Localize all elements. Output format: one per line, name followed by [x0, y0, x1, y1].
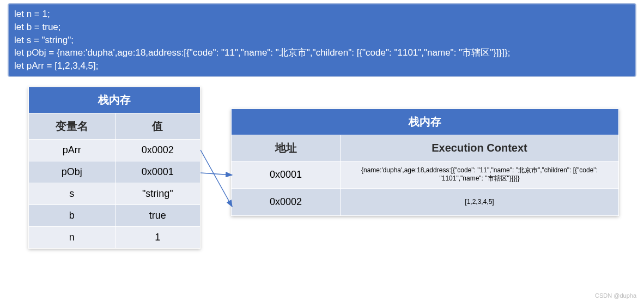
stack-val: 1 — [115, 226, 200, 248]
code-line: let b = true; — [14, 21, 630, 34]
watermark: CSDN @dupha — [595, 292, 636, 299]
code-line: let pObj = {name:'dupha',age:18,address:… — [14, 46, 630, 59]
stack-var: pObj — [29, 161, 116, 183]
table-row: 0x0001 {name:'dupha',age:18,address:[{"c… — [232, 161, 619, 188]
table-row: pObj 0x0001 — [29, 161, 201, 183]
heap-table-title: 栈内存 — [232, 109, 619, 135]
stack-var: pArr — [29, 139, 116, 161]
arrow-pobj-to-0x0001 — [201, 173, 232, 175]
code-line: let n = 1; — [14, 8, 630, 21]
stack-var: s — [29, 183, 116, 204]
arrow-parr-to-0x0002 — [201, 150, 232, 207]
stack-header-val: 值 — [115, 113, 200, 139]
heap-ctx: {name:'dupha',age:18,address:[{"code": "… — [341, 161, 619, 188]
table-row: s "string" — [29, 183, 201, 204]
code-block: let n = 1; let b = true; let s = "string… — [8, 3, 636, 77]
stack-header-var: 变量名 — [29, 113, 116, 139]
heap-addr: 0x0001 — [232, 161, 341, 188]
stack-var: n — [29, 226, 116, 248]
heap-addr: 0x0002 — [232, 188, 341, 215]
table-row: n 1 — [29, 226, 201, 248]
heap-ctx: [1,2,3,4,5] — [341, 188, 619, 215]
stack-table: 栈内存 变量名 值 pArr 0x0002 pObj 0x0001 s "str… — [28, 87, 201, 249]
stack-val: true — [115, 204, 200, 226]
stack-val: 0x0002 — [115, 139, 200, 161]
heap-header-addr: 地址 — [232, 135, 341, 161]
heap-header-ctx: Execution Context — [341, 135, 619, 161]
stack-val: "string" — [115, 183, 200, 204]
table-row: b true — [29, 204, 201, 226]
stack-val: 0x0001 — [115, 161, 200, 183]
code-line: let pArr = [1,2,3,4,5]; — [14, 59, 630, 73]
code-line: let s = "string"; — [14, 34, 630, 47]
table-row: 0x0002 [1,2,3,4,5] — [232, 188, 619, 215]
stack-table-title: 栈内存 — [29, 87, 201, 113]
heap-table: 栈内存 地址 Execution Context 0x0001 {name:'d… — [231, 109, 619, 216]
diagram-area: 栈内存 变量名 值 pArr 0x0002 pObj 0x0001 s "str… — [0, 87, 644, 283]
table-row: pArr 0x0002 — [29, 139, 201, 161]
stack-var: b — [29, 204, 116, 226]
